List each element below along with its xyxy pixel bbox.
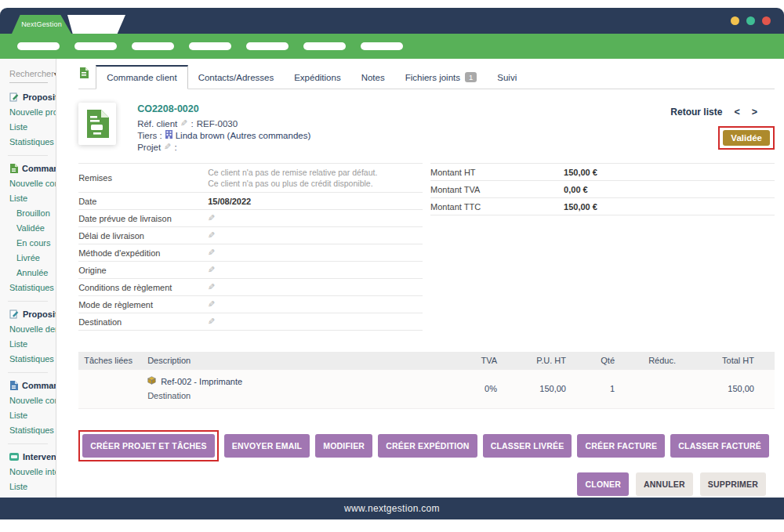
menu-item-pill[interactable] bbox=[17, 42, 60, 50]
cloner-button[interactable]: CLONER bbox=[577, 472, 629, 496]
classer-facture-button[interactable]: CLASSER FACTURÉ bbox=[670, 434, 769, 458]
tab-contacts-adresses[interactable]: Contacts/Adresses bbox=[188, 67, 285, 89]
product-link[interactable]: Ref-002 - Imprimante bbox=[147, 376, 448, 386]
tab-suivi[interactable]: Suivi bbox=[487, 67, 527, 89]
action-buttons: CRÉER PROJET ET TÂCHES ENVOYER EMAIL MOD… bbox=[78, 430, 775, 496]
list-navigation: Retour liste < > bbox=[670, 107, 757, 118]
edit-icon[interactable]: ✎ bbox=[208, 230, 215, 241]
sidebar-item[interactable]: Statistiques bbox=[0, 135, 56, 150]
sidebar-item[interactable]: Annulée bbox=[0, 266, 56, 280]
search-select[interactable]: Rechercher ▾ bbox=[9, 69, 48, 83]
sidebar-item[interactable]: Nouvelle intervention bbox=[0, 465, 56, 480]
order-reference: CO2208-0020 bbox=[137, 103, 310, 114]
sidebar-section-demandes-prix[interactable]: Propositions comme... bbox=[0, 302, 56, 322]
annuler-button[interactable]: ANNULER bbox=[636, 472, 693, 496]
search-placeholder: Rechercher bbox=[9, 69, 54, 78]
previous-record-icon[interactable]: < bbox=[734, 107, 739, 118]
sidebar-item[interactable]: Statistiques bbox=[0, 352, 56, 367]
sidebar-section-commandes-fournisseurs[interactable]: Commandes fournis... bbox=[0, 373, 56, 393]
order-details: Remises Ce client n'a pas de remise rela… bbox=[78, 163, 775, 331]
menu-item-pill[interactable] bbox=[132, 42, 174, 50]
tab-expeditions[interactable]: Expéditions bbox=[284, 67, 350, 89]
menu-item-pill[interactable] bbox=[74, 42, 117, 50]
order-icon-card bbox=[78, 103, 116, 145]
supplier-order-doc-icon bbox=[9, 381, 18, 390]
field-row-date: Date 15/08/2022 bbox=[78, 193, 423, 210]
order-doc-icon bbox=[79, 67, 89, 81]
logo-tab[interactable]: NextGestion bbox=[12, 15, 71, 34]
edit-icon[interactable]: ✎ bbox=[208, 317, 215, 327]
minimize-dot[interactable] bbox=[731, 16, 739, 25]
sidebar-item[interactable]: Nouvelle proposition bbox=[0, 105, 56, 120]
sidebar-item[interactable]: Nouvelle commande bbox=[0, 393, 56, 408]
supprimer-button[interactable]: SUPPRIMER bbox=[700, 472, 766, 496]
sidebar-item[interactable]: Liste bbox=[0, 408, 56, 423]
tab-notes[interactable]: Notes bbox=[351, 67, 395, 89]
sidebar-item[interactable]: Livrée bbox=[0, 251, 56, 266]
sidebar-section-propositions[interactable]: Propositions comme... bbox=[0, 85, 56, 105]
modifier-button[interactable]: MODIFIER bbox=[315, 434, 372, 458]
edit-icon[interactable]: ✎ bbox=[208, 299, 215, 309]
close-dot[interactable] bbox=[762, 16, 771, 25]
sidebar-item[interactable]: Liste bbox=[0, 480, 56, 494]
sidebar-item[interactable]: Liste bbox=[0, 120, 56, 135]
next-record-icon[interactable]: > bbox=[752, 107, 757, 118]
field-row-editable: Délai de livraison ✎ bbox=[78, 227, 423, 244]
sidebar-section-commandes[interactable]: Commandes bbox=[0, 156, 56, 176]
attachments-count-badge: 1 bbox=[465, 72, 477, 82]
sidebar-item[interactable]: Liste bbox=[0, 191, 56, 206]
field-row-editable: Origine ✎ bbox=[78, 262, 423, 279]
status-badge: Validée bbox=[723, 130, 770, 146]
creer-facture-button[interactable]: CRÉER FACTURE bbox=[577, 434, 665, 458]
app-window: NextGestion Rechercher ▾ Propositions co… bbox=[0, 0, 784, 532]
secondary-nav-tab[interactable] bbox=[67, 15, 125, 34]
ref-client-value: REF-0030 bbox=[197, 119, 238, 128]
sidebar-item[interactable]: Brouillon bbox=[0, 206, 56, 221]
main-menu-bar bbox=[0, 34, 784, 59]
menu-item-pill[interactable] bbox=[303, 42, 346, 50]
menu-item-pill[interactable] bbox=[189, 42, 231, 50]
sidebar-item[interactable]: Statistiques bbox=[0, 280, 56, 295]
maximize-dot[interactable] bbox=[746, 16, 755, 25]
amount-row: Montant TTC 150,00 € bbox=[430, 198, 775, 215]
remises-hint: Ce client n'a pas de remise relative par… bbox=[208, 167, 377, 189]
line-qty: 1 bbox=[566, 384, 615, 393]
menu-item-pill[interactable] bbox=[361, 42, 403, 50]
product-cube-icon bbox=[147, 376, 156, 386]
field-row-editable: Date prévue de livraison ✎ bbox=[78, 210, 423, 227]
field-row-remises: Remises Ce client n'a pas de remise rela… bbox=[78, 164, 423, 193]
proposal-doc-icon bbox=[9, 309, 19, 319]
tab-commande-client[interactable]: Commande client bbox=[96, 65, 187, 89]
field-row-editable: Destination ✎ bbox=[78, 313, 423, 331]
sidebar-item[interactable]: Nouvelle commande bbox=[0, 176, 56, 191]
classer-livree-button[interactable]: CLASSER LIVRÉE bbox=[483, 434, 572, 458]
creer-projet-et-taches-button[interactable]: CRÉER PROJET ET TÂCHES bbox=[82, 434, 215, 458]
edit-icon[interactable]: ✎ bbox=[208, 213, 215, 223]
footer-url[interactable]: www.nextgestion.com bbox=[344, 503, 440, 514]
line-total-ht: 150,00 bbox=[676, 384, 754, 393]
projet-line: Projet ✎ : bbox=[137, 142, 310, 152]
date-value: 15/08/2022 bbox=[208, 197, 251, 206]
sidebar-item[interactable]: Nouvelle demande de prix bbox=[0, 322, 56, 337]
sidebar-item[interactable]: Liste bbox=[0, 337, 56, 352]
envoyer-email-button[interactable]: ENVOYER EMAIL bbox=[224, 434, 310, 458]
third-party-link[interactable]: Linda brown (Autres commandes) bbox=[176, 131, 311, 140]
edit-icon[interactable]: ✎ bbox=[164, 142, 171, 152]
footer-bar: www.nextgestion.com bbox=[0, 498, 784, 519]
creer-expedition-button[interactable]: CRÉER EXPÉDITION bbox=[378, 434, 477, 458]
field-row-editable: Mode de règlement ✎ bbox=[78, 296, 423, 313]
sidebar-item[interactable]: Validée bbox=[0, 221, 56, 236]
edit-icon[interactable]: ✎ bbox=[180, 118, 187, 128]
menu-item-pill[interactable] bbox=[246, 42, 289, 50]
sidebar-item[interactable]: En cours bbox=[0, 236, 56, 251]
table-header: Tâches liées Description TVA P.U. HT Qté… bbox=[78, 352, 775, 370]
sidebar-item[interactable]: Statistiques bbox=[0, 423, 56, 438]
edit-icon[interactable]: ✎ bbox=[208, 248, 215, 258]
sidebar-section-interventions[interactable]: Interventions bbox=[0, 444, 56, 465]
edit-icon[interactable]: ✎ bbox=[208, 282, 215, 292]
retour-liste-link[interactable]: Retour liste bbox=[670, 107, 722, 118]
tab-fichiers-joints[interactable]: Fichiers joints 1 bbox=[395, 66, 488, 89]
tiers-line: Tiers : Linda brown (Autres commandes) bbox=[137, 130, 310, 140]
edit-icon[interactable]: ✎ bbox=[208, 265, 215, 275]
table-row: Ref-002 - Imprimante Destination 0% 150,… bbox=[78, 370, 775, 409]
